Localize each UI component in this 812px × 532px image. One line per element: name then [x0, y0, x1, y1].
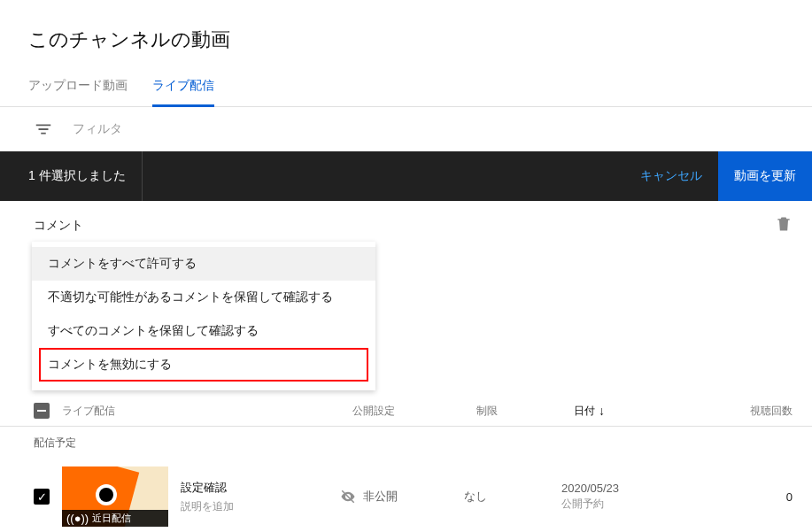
tab-live[interactable]: ライブ配信 — [152, 69, 214, 107]
select-all-checkbox[interactable] — [34, 403, 50, 419]
col-restriction[interactable]: 制限 — [476, 404, 574, 419]
selection-separator — [142, 151, 143, 201]
col-stream[interactable]: ライブ配信 — [62, 404, 352, 419]
badge-text: 近日配信 — [92, 512, 131, 525]
tabs: アップロード動画 ライブ配信 — [0, 69, 812, 107]
restriction-cell: なし — [464, 489, 561, 505]
col-views[interactable]: 視聴回数 — [750, 404, 793, 419]
row-checkbox[interactable] — [34, 489, 50, 505]
selection-bar: 1 件選択しました キャンセル 動画を更新 — [0, 151, 812, 201]
filter-row: フィルタ — [0, 107, 812, 151]
thumbnail-badge: ((●)) 近日配信 — [62, 510, 168, 527]
video-description[interactable]: 説明を追加 — [181, 499, 340, 514]
date-sub: 公開予約 — [561, 497, 685, 512]
date-cell: 2020/05/23 公開予約 — [561, 482, 685, 512]
update-button[interactable]: 動画を更新 — [718, 151, 812, 201]
selection-count: 1 件選択しました — [28, 168, 126, 184]
visibility-text: 非公開 — [363, 489, 398, 505]
date-text: 2020/05/23 — [561, 482, 685, 495]
dropdown-hold-inappropriate[interactable]: 不適切な可能性があるコメントを保留して確認する — [32, 281, 375, 314]
video-title[interactable]: 設定確認 — [181, 480, 340, 496]
sort-desc-icon: ↓ — [599, 404, 605, 418]
dropdown-allow-all[interactable]: コメントをすべて許可する — [32, 247, 375, 281]
table-header: ライブ配信 公開設定 制限 日付 ↓ 視聴回数 — [0, 396, 812, 427]
filter-icon[interactable] — [34, 120, 53, 139]
dropdown-disable[interactable]: コメントを無効にする — [39, 348, 368, 382]
visibility-icon — [340, 489, 356, 505]
col-date[interactable]: 日付 ↓ — [574, 404, 698, 419]
col-visibility[interactable]: 公開設定 — [352, 404, 476, 419]
views-cell: 0 — [786, 490, 793, 504]
comment-label: コメント — [34, 218, 83, 234]
tab-uploads[interactable]: アップロード動画 — [28, 69, 128, 106]
video-meta: 設定確認 説明を追加 — [181, 480, 340, 514]
col-date-label: 日付 — [574, 404, 595, 419]
visibility-cell: 非公開 — [340, 489, 464, 505]
comment-section: コメント コメントをすべて許可する 不適切な可能性があるコメントを保留して確認す… — [0, 201, 812, 251]
broadcast-icon: ((●)) — [66, 512, 89, 525]
group-scheduled: 配信予定 — [0, 427, 812, 459]
table-row[interactable]: ((●)) 近日配信 設定確認 説明を追加 非公開 なし 2020/05/23 … — [0, 459, 812, 532]
cancel-button[interactable]: キャンセル — [624, 159, 718, 193]
page-title: このチャンネルの動画 — [0, 0, 812, 69]
filter-placeholder[interactable]: フィルタ — [73, 121, 122, 137]
video-thumbnail[interactable]: ((●)) 近日配信 — [62, 466, 168, 527]
dropdown-hold-all[interactable]: すべてのコメントを保留して確認する — [32, 314, 375, 348]
trash-icon[interactable] — [775, 215, 793, 236]
comment-dropdown: コメントをすべて許可する 不適切な可能性があるコメントを保留して確認する すべて… — [32, 242, 375, 390]
